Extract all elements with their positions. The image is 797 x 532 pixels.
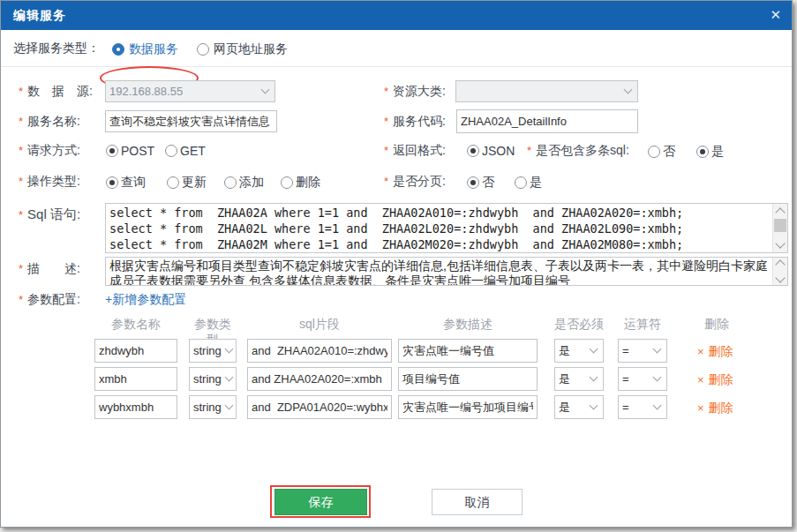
scroll-up-icon[interactable] <box>775 259 785 269</box>
param-type-select[interactable]: string <box>189 339 237 363</box>
edit-service-dialog: 编辑服务 ✕ 选择服务类型： 数据服务 网页地址服务 *数 据 源: 192.1… <box>0 0 793 528</box>
scrollbar-thumb[interactable] <box>774 219 786 232</box>
chevron-down-icon <box>261 85 270 94</box>
radio-data-service[interactable]: 数据服务 <box>112 41 178 57</box>
param-type-select[interactable]: string <box>189 367 237 391</box>
service-code-input[interactable] <box>456 109 638 133</box>
close-icon[interactable]: ✕ <box>770 7 781 23</box>
param-desc-input[interactable] <box>398 367 538 391</box>
service-name-input[interactable] <box>105 110 277 132</box>
delete-param-link[interactable]: ×删除 <box>697 344 733 360</box>
radio-icon[interactable] <box>467 176 479 189</box>
header-sql-fragment: sql片段 <box>247 317 392 333</box>
param-sql-input[interactable] <box>247 395 392 419</box>
header-operator: 运算符 <box>618 317 667 333</box>
header-required: 是否必须 <box>554 317 604 333</box>
radio-icon[interactable] <box>696 146 709 158</box>
header-param-name: 参数名称 <box>94 317 177 333</box>
service-type-row: 选择服务类型： 数据服务 网页地址服务 <box>1 30 792 67</box>
param-desc-input[interactable] <box>398 395 538 419</box>
radio-op-delete[interactable]: 删除 <box>281 175 320 191</box>
sql-textarea[interactable]: select * from ZHAA02A where 1=1 and ZHAA… <box>105 203 788 253</box>
delete-param-link[interactable]: ×删除 <box>697 372 733 388</box>
radio-icon[interactable] <box>106 176 118 189</box>
radio-icon[interactable] <box>167 176 179 189</box>
header-param-desc: 参数描述 <box>398 317 538 333</box>
chevron-down-icon <box>225 372 234 381</box>
param-type-select[interactable]: string <box>189 395 237 419</box>
delete-param-link[interactable]: ×删除 <box>697 401 733 416</box>
radio-paging-yes[interactable]: 是 <box>515 175 542 191</box>
radio-icon[interactable] <box>648 146 660 158</box>
param-name-input[interactable] <box>94 339 177 363</box>
param-operator-select[interactable]: = <box>618 339 667 363</box>
service-type-label: 选择服务类型： <box>13 41 100 56</box>
param-sql-input[interactable] <box>247 339 392 363</box>
request-method-label: *请求方式: <box>19 143 80 159</box>
chevron-down-icon <box>624 85 633 94</box>
chevron-down-icon <box>225 344 234 353</box>
radio-icon[interactable] <box>467 145 479 157</box>
radio-icon[interactable] <box>112 43 124 56</box>
radio-icon[interactable] <box>224 176 237 189</box>
param-operator-select[interactable]: = <box>618 367 667 391</box>
description-textarea[interactable]: 根据灾害点编号和项目类型查询不稳定斜坡灾害点的详细信息,包括详细信息表、子表以及… <box>105 257 788 286</box>
radio-webpage-service[interactable]: 网页地址服务 <box>197 41 288 57</box>
dialog-title: 编辑服务 <box>13 8 66 24</box>
data-source-label: *数 据 源: <box>19 84 93 100</box>
description-label: *描 述: <box>19 261 80 277</box>
radio-icon[interactable] <box>515 176 527 189</box>
resource-category-label: *资源大类: <box>384 84 446 100</box>
param-required-select[interactable]: 是 <box>554 367 604 391</box>
radio-op-add[interactable]: 添加 <box>224 175 264 191</box>
radio-get[interactable]: GET <box>165 144 206 158</box>
chevron-down-icon <box>590 372 598 381</box>
radio-json[interactable]: JSON <box>467 144 515 158</box>
param-desc-input[interactable] <box>398 339 538 363</box>
dialog-titlebar: 编辑服务 ✕ <box>1 1 792 30</box>
cancel-button[interactable]: 取消 <box>432 489 523 515</box>
radio-icon[interactable] <box>165 145 177 157</box>
sql-label: *Sql 语句: <box>19 206 80 223</box>
param-name-input[interactable] <box>94 395 177 419</box>
scroll-up-icon[interactable] <box>775 207 785 217</box>
param-name-input[interactable] <box>94 367 177 391</box>
radio-multisql-yes[interactable]: 是 <box>696 144 724 160</box>
service-code-label: *服务代码: <box>384 114 446 130</box>
chevron-down-icon <box>653 401 662 409</box>
radio-op-update[interactable]: 更新 <box>167 175 207 191</box>
radio-icon[interactable] <box>106 145 118 157</box>
param-operator-select[interactable]: = <box>618 395 667 419</box>
chevron-down-icon <box>590 344 598 353</box>
add-param-link[interactable]: +新增参数配置 <box>105 292 186 308</box>
param-config-label: *参数配置: <box>19 292 80 308</box>
radio-multisql-no[interactable]: 否 <box>648 144 675 160</box>
x-icon: × <box>697 373 704 386</box>
param-required-select[interactable]: 是 <box>554 339 604 363</box>
chevron-down-icon <box>653 372 662 381</box>
header-delete: 删除 <box>692 317 741 333</box>
operation-type-label: *操作类型: <box>19 174 80 190</box>
pagination-label: *是否分页: <box>384 174 446 190</box>
x-icon: × <box>697 345 704 358</box>
radio-paging-no[interactable]: 否 <box>467 175 494 191</box>
radio-icon[interactable] <box>197 43 209 56</box>
data-source-select[interactable]: 192.168.88.55 <box>105 80 275 102</box>
resource-category-select[interactable] <box>455 80 638 102</box>
x-icon: × <box>697 401 704 415</box>
save-button[interactable]: 保存 <box>274 489 367 515</box>
radio-post[interactable]: POST <box>106 144 154 158</box>
sql-scrollbar[interactable] <box>772 204 787 252</box>
scroll-down-icon[interactable] <box>775 238 785 248</box>
radio-op-query[interactable]: 查询 <box>106 175 146 191</box>
chevron-down-icon <box>225 401 234 409</box>
param-required-select[interactable]: 是 <box>554 395 604 419</box>
return-format-label: *返回格式: <box>384 143 446 159</box>
service-name-label: *服务名称: <box>19 114 80 130</box>
chevron-down-icon <box>653 344 662 353</box>
chevron-down-icon <box>590 401 598 409</box>
param-sql-input[interactable] <box>247 367 392 391</box>
description-scrollbar[interactable] <box>772 258 787 285</box>
scroll-down-icon[interactable] <box>775 273 785 282</box>
radio-icon[interactable] <box>281 176 293 189</box>
